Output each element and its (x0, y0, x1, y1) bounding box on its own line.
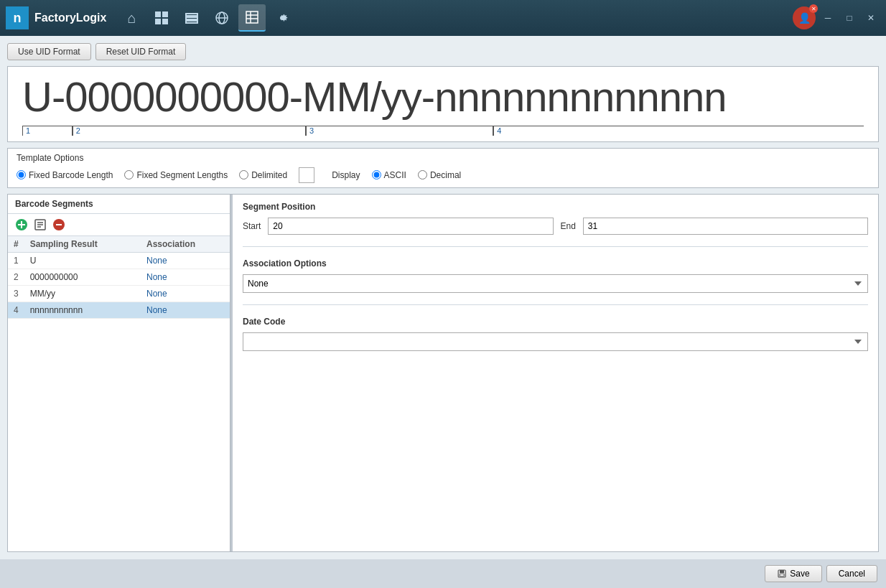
segment-position-title: Segment Position (243, 202, 868, 213)
ruler-segment-1: 1 (22, 126, 73, 136)
bottom-section: Barcode Segments # Sampling Res (7, 194, 879, 552)
app-logo: n (6, 6, 29, 29)
association-options-section: Association Options None Serial Number W… (243, 258, 868, 293)
template-options-panel: Template Options Fixed Barcode Length Fi… (7, 148, 879, 188)
svg-rect-0 (155, 11, 161, 17)
fixed-barcode-label: Fixed Barcode Length (29, 170, 113, 180)
globe-icon[interactable] (208, 4, 236, 32)
save-button[interactable]: Save (765, 565, 821, 582)
decimal-label: Decimal (430, 170, 461, 180)
ruler-segment-4: 4 (493, 126, 864, 136)
ruler: 1 2 3 4 (22, 126, 864, 141)
ascii-label: ASCII (384, 170, 406, 180)
table-row[interactable]: 3 MM/yy None (8, 285, 230, 302)
save-icon (777, 569, 787, 579)
segments-table: # Sampling Result Association 1 U None 2 (8, 236, 230, 551)
reset-uid-format-button[interactable]: Reset UID Format (95, 43, 187, 60)
svg-rect-6 (186, 21, 197, 23)
settings-icon[interactable] (269, 4, 296, 32)
user-badge: ✕ (809, 4, 818, 13)
minimize-button[interactable]: ─ (819, 9, 837, 27)
format-text: U-0000000000-MM/yy-nnnnnnnnnnnnn (22, 74, 864, 120)
table-row[interactable]: 4 nnnnnnnnnnn None (8, 302, 230, 318)
svg-rect-1 (162, 11, 168, 17)
main-content: Use UID Format Reset UID Format U-000000… (0, 36, 886, 559)
svg-rect-24 (780, 570, 784, 573)
svg-rect-25 (780, 574, 784, 577)
divider-1 (243, 246, 868, 247)
delimited-char-input[interactable] (299, 167, 314, 183)
grid-icon[interactable] (148, 4, 175, 32)
delimited-label: Delimited (251, 170, 287, 180)
ruler-segment-2: 2 (73, 126, 306, 136)
table-row[interactable]: 1 U None (8, 252, 230, 269)
svg-rect-4 (186, 14, 197, 16)
date-code-select[interactable]: MM/yy MM/dd/yy yy/MM dd/MM/yy (243, 332, 868, 351)
segments-panel-title: Barcode Segments (8, 195, 230, 214)
association-options-title: Association Options (243, 258, 868, 270)
cancel-button[interactable]: Cancel (826, 565, 877, 582)
home-icon[interactable]: ⌂ (118, 4, 145, 32)
app-name: FactoryLogix (34, 11, 106, 24)
col-num: # (8, 236, 24, 253)
ruler-segment-3: 3 (306, 126, 493, 136)
segment-position-section: Segment Position Start End (243, 202, 868, 235)
fixed-segment-label: Fixed Segment Lengths (136, 170, 228, 180)
maximize-button[interactable]: □ (840, 9, 859, 27)
association-select-wrapper: None Serial Number Work Order Lot Number (243, 274, 868, 293)
decimal-option: Decimal (418, 170, 461, 180)
edit-segment-button[interactable] (32, 217, 48, 233)
end-input[interactable] (583, 218, 868, 235)
right-panel: Segment Position Start End Association O… (233, 195, 878, 551)
title-bar: n FactoryLogix ⌂ 👤 ✕ ─ □ ✕ (0, 0, 886, 36)
start-label: Start (243, 221, 261, 231)
svg-rect-10 (246, 11, 258, 23)
association-select[interactable]: None Serial Number Work Order Lot Number (243, 274, 868, 293)
segments-toolbar (8, 214, 230, 236)
date-code-title: Date Code (243, 317, 868, 328)
start-input[interactable] (268, 218, 553, 235)
segments-panel: Barcode Segments # Sampling Res (8, 195, 230, 551)
format-preview: U-0000000000-MM/yy-nnnnnnnnnnnnn 1 2 3 4 (7, 66, 879, 142)
table-row[interactable]: 2 0000000000 None (8, 269, 230, 285)
close-button[interactable]: ✕ (862, 9, 880, 27)
user-avatar[interactable]: 👤 ✕ (793, 6, 816, 29)
delimited-option: Delimited (239, 170, 287, 180)
date-code-section: Date Code MM/yy MM/dd/yy yy/MM dd/MM/yy (243, 317, 868, 351)
svg-rect-3 (162, 19, 168, 24)
svg-rect-2 (155, 19, 161, 24)
svg-rect-5 (186, 17, 197, 19)
date-code-select-wrapper: MM/yy MM/dd/yy yy/MM dd/MM/yy (243, 332, 868, 351)
end-label: End (561, 221, 576, 231)
footer: Save Cancel (0, 559, 886, 588)
ascii-option: ASCII (372, 170, 406, 180)
col-sampling-result: Sampling Result (24, 236, 141, 253)
save-label: Save (790, 569, 809, 579)
template-options-row: Fixed Barcode Length Fixed Segment Lengt… (17, 167, 869, 183)
use-uid-format-button[interactable]: Use UID Format (7, 43, 91, 60)
template-options-title: Template Options (17, 153, 869, 163)
display-label: Display (332, 170, 360, 180)
layers-icon[interactable] (178, 4, 205, 32)
fixed-barcode-option: Fixed Barcode Length (17, 170, 113, 180)
fixed-segment-option: Fixed Segment Lengths (124, 170, 228, 180)
delete-segment-button[interactable] (51, 217, 67, 233)
position-row: Start End (243, 218, 868, 235)
table-view-icon[interactable] (238, 4, 266, 32)
toolbar: Use UID Format Reset UID Format (7, 43, 879, 60)
divider-2 (243, 304, 868, 305)
add-segment-button[interactable] (14, 217, 29, 233)
col-association: Association (141, 236, 230, 253)
